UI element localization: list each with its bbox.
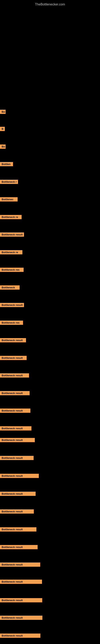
bottleneck-result-item: Bottleneck result: [0, 474, 39, 478]
bottleneck-result-item: Bottleneck result: [0, 303, 24, 307]
bottleneck-result-item: B: [0, 127, 5, 131]
bottleneck-result-item: Bottleneck result: [0, 426, 31, 430]
bottleneck-result-item: Bottleneck result: [0, 408, 30, 413]
bottleneck-result-item: Bottleneck re: [0, 215, 22, 219]
bottleneck-result-item: Bottleneck re: [0, 250, 22, 254]
bottleneck-result-item: Bottleneck result: [0, 562, 40, 567]
site-title: TheBottlenecker.com: [0, 1, 100, 8]
bottleneck-result-item: Bottleneck result: [0, 373, 29, 378]
bottleneck-result-item: Bottlenec: [0, 197, 18, 202]
bottleneck-result-item: Bottleneck result: [0, 598, 42, 602]
bottleneck-result-item: Bottleneck result: [0, 580, 42, 584]
bottleneck-result-item: Bottleneck result: [0, 391, 30, 395]
bottleneck-result-item: Bottleneck r: [0, 180, 18, 184]
bottleneck-result-item: Bottleneck res: [0, 268, 24, 272]
bottleneck-result-item: Bo: [0, 144, 6, 149]
bottleneck-result-item: Bottleneck result: [0, 527, 36, 532]
bottleneck-result-item: Bottleneck res: [0, 320, 23, 325]
bottleneck-result-item: Bottleneck result: [0, 338, 26, 342]
bottleneck-result-item: Bottleneck result: [0, 456, 34, 460]
bottleneck-result-item: Bottleneck result: [0, 356, 27, 360]
bottleneck-result-item: Bottleneck: [0, 285, 20, 290]
bottleneck-result-item: Bo: [0, 110, 6, 114]
bottleneck-result-item: Bottleneck result: [0, 438, 35, 442]
bottleneck-result-item: Bottleneck result: [0, 616, 42, 620]
bottleneck-result-item: Bottleneck result: [0, 634, 40, 638]
bottleneck-result-item: Bottleneck result: [0, 545, 38, 549]
bottleneck-result-item: Bottleneck result: [0, 492, 36, 496]
bottleneck-result-item: Bottleneck result: [0, 232, 24, 237]
bottleneck-result-item: Bottlen: [0, 162, 13, 166]
bottleneck-result-item: Bottleneck result: [0, 509, 34, 514]
